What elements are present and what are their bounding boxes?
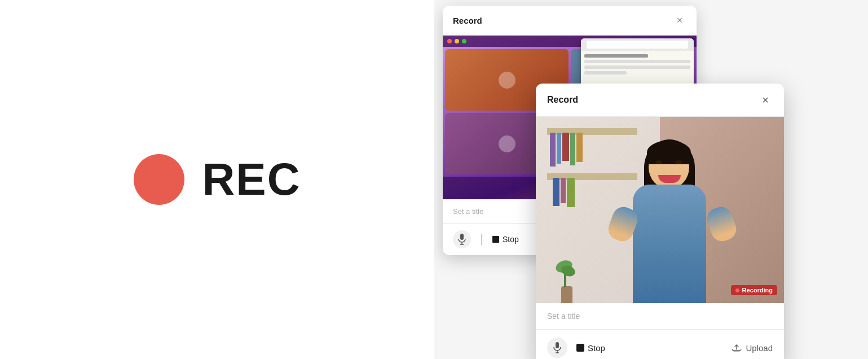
person-eye-left [655,160,662,164]
dialog-bg-title: Record [453,16,482,25]
footer-divider-bg [481,234,482,245]
person-head-1 [499,72,515,89]
plant-area [553,247,581,303]
person-container [610,128,734,303]
dialog-fg-stop-button[interactable]: Stop [576,343,605,353]
camera-preview: Recording [536,117,784,303]
recording-dot [735,288,739,292]
mic-icon [457,234,466,245]
stop-square-icon-bg [492,236,499,243]
plant-pot [561,286,572,303]
rec-dot-icon [134,154,184,205]
book-4 [570,133,575,165]
browser-content-line-4 [584,71,627,75]
dialog-fg-upload-button[interactable]: Upload [731,342,773,353]
book-2 [557,133,561,164]
stop-square-icon-fg [576,344,584,352]
window-close-dot [447,39,452,43]
recording-badge: Recording [731,285,777,295]
person-body [633,185,706,303]
window-fullscreen-dot [462,39,466,43]
rec-label: REC [202,154,301,205]
dialog-fg-close-button[interactable]: × [758,93,773,107]
person-eye-right [675,160,682,164]
mic-icon-fg [553,342,562,353]
book-1 [550,133,556,167]
browser-content-line-2 [584,60,690,63]
upload-icon-svg [732,343,742,353]
recording-badge-label: Recording [742,287,773,294]
upload-icon [731,342,742,353]
person-head-3 [499,135,515,152]
book-6 [553,178,559,206]
dialog-fg-title-input[interactable]: Set a title [547,312,580,321]
book-8 [567,178,575,207]
browser-content-line-1 [584,54,648,58]
browser-title-bar [581,38,694,51]
right-section: Record × [434,0,868,359]
dialog-bg-stop-label: Stop [503,235,519,244]
browser-url-bar [587,41,688,49]
book-5 [576,133,583,162]
person-arm-right [704,204,739,244]
dialog-fg-upload-label: Upload [746,343,773,353]
dialog-fg-mic-button[interactable] [547,338,567,358]
dialog-bg-close-button[interactable]: × [673,14,686,27]
dialog-fg-title: Record [547,95,578,105]
dialog-bg-mic-button[interactable] [453,230,471,248]
left-section: REC [0,0,434,359]
svg-rect-0 [460,234,464,240]
dialog-fg-footer: Stop Upload [536,330,784,359]
dialog-bg-stop-button[interactable]: Stop [492,235,519,244]
browser-content-line-3 [584,65,690,69]
dialog-bg-title-input[interactable]: Set a title [453,207,483,216]
record-dialog-foreground: Record × [536,84,784,359]
person-hair-front [647,141,691,164]
dialog-bg-header: Record × [443,6,697,36]
dialog-fg-header: Record × [536,84,784,117]
svg-rect-3 [556,342,559,348]
book-3 [562,133,569,161]
window-minimize-dot [455,39,459,43]
dialog-fg-title-row: Set a title [536,303,784,330]
dialog-fg-stop-label: Stop [588,343,605,353]
book-7 [561,178,566,203]
